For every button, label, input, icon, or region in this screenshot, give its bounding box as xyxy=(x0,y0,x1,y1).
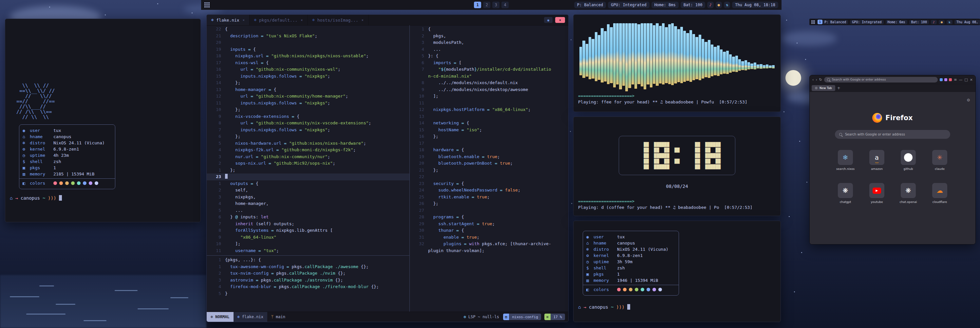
line-number: 10 xyxy=(207,106,225,113)
clock-widget[interactable]: Thu Aug 08, 18:18 xyxy=(732,2,778,8)
tab-close-icon[interactable]: × xyxy=(362,18,364,22)
visualizer-bar xyxy=(644,23,646,89)
shortcut-tile-github[interactable]: github xyxy=(892,150,924,171)
minimize-button[interactable]: — xyxy=(959,78,963,82)
shortcut-icon: ❄ xyxy=(838,150,853,165)
info-row: ⌂hnamecanopus xyxy=(586,240,675,246)
code-line: 3 nur.url = "github:nix-community/nur"; xyxy=(207,154,409,160)
shortcut-tile-youtube[interactable]: ▶youtube xyxy=(861,183,892,204)
extension-icon-2[interactable] xyxy=(944,78,947,81)
app-menu-icon[interactable] xyxy=(204,2,210,8)
visualizer-bar xyxy=(745,60,747,70)
code-pane-flake[interactable]: 22{21 description = "tux's NixOS Flake";… xyxy=(207,25,409,255)
line-text: hostName = "iso"; xyxy=(428,127,482,133)
color-dot xyxy=(623,288,627,292)
claude-icon: ✳ xyxy=(937,154,943,162)
line-text: ... xyxy=(428,46,441,53)
volume-icon[interactable]: ♪ xyxy=(931,20,937,24)
clock-widget[interactable]: Thu Aug 08, 18:18 xyxy=(955,20,980,24)
network-icon[interactable]: ⇅ xyxy=(724,2,730,8)
window-close-button[interactable]: × xyxy=(555,17,565,23)
line-number: 4 xyxy=(410,46,428,53)
color-dot xyxy=(617,288,621,292)
water-streak xyxy=(26,314,65,315)
line-text: username = "tux"; xyxy=(225,247,279,254)
user-icon: ◉ xyxy=(22,128,30,133)
close-button[interactable]: × xyxy=(970,78,973,82)
tab-new-tab[interactable]: New Tab xyxy=(811,85,835,91)
network-icon[interactable]: ⇅ xyxy=(947,20,953,24)
line-number: 5 xyxy=(207,140,225,147)
color-dot xyxy=(83,181,86,185)
refresh-button[interactable]: ↻ xyxy=(819,78,822,82)
workspace-button-1[interactable]: 1 xyxy=(818,20,822,24)
workspace-button-1[interactable]: 1 xyxy=(474,2,481,8)
line-text: bluetooth.powerOnBoot = true; xyxy=(428,160,512,167)
color-dot xyxy=(629,288,633,292)
cursor-block xyxy=(59,195,62,201)
colors-row: ◧colors xyxy=(22,180,112,186)
line-number: 22 xyxy=(410,173,428,181)
menu-button[interactable]: ≡ xyxy=(954,78,957,82)
search-input[interactable]: Search with Google or enter address xyxy=(835,130,950,139)
visualizer-bar xyxy=(585,44,588,77)
color-dot xyxy=(641,288,644,292)
shortcut-tile-cloudflare[interactable]: ☁cloudflare xyxy=(924,183,955,204)
line-number: 5 xyxy=(410,53,428,60)
app-menu-icon[interactable] xyxy=(811,20,815,24)
extension-icon-3[interactable] xyxy=(949,78,952,81)
code-line: 6 }; xyxy=(207,133,409,140)
status-chip: Bat: 100 xyxy=(681,2,706,8)
volume-icon[interactable]: ♪ xyxy=(707,2,713,8)
workspace-button-4[interactable]: 4 xyxy=(501,2,509,8)
line-text: modulesPath, xyxy=(428,39,464,46)
project-chip: ▤nixos-config xyxy=(503,314,541,320)
workspace-button-2[interactable]: 2 xyxy=(483,2,490,8)
info-row: ⚙kernel6.9.8-zen1 xyxy=(22,146,112,152)
address-bar[interactable]: Search with Google or enter address xyxy=(824,77,938,82)
split-separator-horizontal[interactable] xyxy=(207,255,409,256)
editor-tab-2[interactable]: ❄pkgs/default...× xyxy=(250,15,308,25)
personalize-gear-icon[interactable]: ⚙ xyxy=(967,98,970,103)
maximize-button[interactable]: □ xyxy=(964,78,967,82)
tab-close-icon[interactable]: × xyxy=(301,18,303,22)
editor-tab-1[interactable]: ❄flake.nix× xyxy=(207,15,250,25)
shortcut-tile-claude[interactable]: ✳claude xyxy=(924,150,955,171)
code-pane-default[interactable]: 1{pkgs, ...}: {1 tux-awesome-wm-config =… xyxy=(207,256,409,312)
line-number: 21 xyxy=(207,33,225,40)
star xyxy=(805,59,806,60)
line-text: url = "github:nix-community/nix-vscode-e… xyxy=(225,120,371,127)
shortcut-tile-search.nixos[interactable]: ❄search.nixos xyxy=(830,150,861,171)
shortcut-tile-chatgpt[interactable]: ❋chatgpt xyxy=(830,183,861,204)
code-line: 4 firefox-mod-blur = pkgs.callPackage ./… xyxy=(207,284,409,290)
info-value: tux xyxy=(617,235,625,239)
forward-button[interactable]: › xyxy=(816,78,817,82)
code-line: 3 astronvim = pkgs.callPackage ./astronv… xyxy=(207,277,409,284)
info-value: zsh xyxy=(617,265,625,270)
tab-close-icon[interactable]: × xyxy=(243,18,245,22)
code-line: 20 xyxy=(207,39,409,46)
line-text: ../../modules/nixos/desktop/awesome xyxy=(428,86,528,93)
distro-icon: ❄ xyxy=(586,247,593,252)
editor-tab-3[interactable]: ❄hosts/isoImag...× xyxy=(307,15,369,25)
line-number: 25 xyxy=(410,194,428,201)
back-button[interactable]: ‹ xyxy=(812,78,814,82)
code-line: 25 rtkit.enable = true; xyxy=(410,194,568,201)
code-pane-iso[interactable]: 1{2 pkgs,3 modulesPath,4 ...5}: {6 impor… xyxy=(410,25,568,254)
shortcut-tile-amazon[interactable]: a‿amazon xyxy=(861,150,892,171)
firefox-window: ‹ › ↻ Search with Google or enter addres… xyxy=(809,75,976,244)
color-dot xyxy=(659,288,662,292)
shell-prompt[interactable]: ⌂→canopus~))) xyxy=(578,304,781,310)
extension-icon-1[interactable] xyxy=(940,78,943,81)
visualizer-bar xyxy=(705,42,707,77)
record-icon[interactable]: ● xyxy=(716,2,722,8)
info-label: user xyxy=(30,128,53,133)
lsp-label: LSP ~ null-ls xyxy=(468,315,499,319)
shell-prompt[interactable]: ⌂→canopus~))) xyxy=(10,195,200,201)
new-tab-button[interactable]: + xyxy=(837,86,840,90)
pin-toggle-button[interactable]: ◉ xyxy=(544,17,552,23)
shortcut-tile-chat.openai[interactable]: ❋chat.openai xyxy=(892,183,924,204)
record-icon[interactable]: ● xyxy=(939,20,945,24)
code-line: 13 home-manager = { xyxy=(207,86,409,93)
workspace-button-3[interactable]: 3 xyxy=(492,2,500,8)
